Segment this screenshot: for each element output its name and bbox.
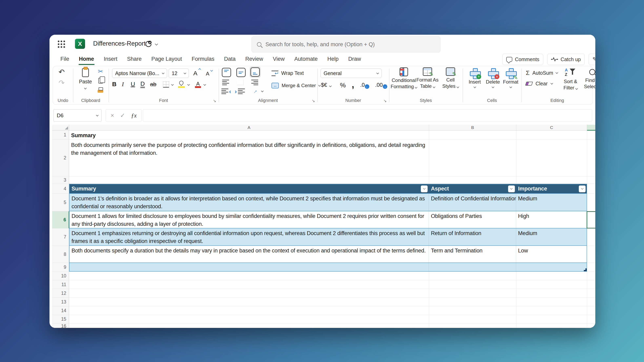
cell-D15[interactable] <box>587 315 595 324</box>
cell-C12[interactable] <box>516 289 587 298</box>
cell-D3[interactable] <box>587 176 595 184</box>
select-all-corner[interactable] <box>52 125 69 131</box>
cell-D5[interactable] <box>587 194 595 211</box>
tab-page-layout[interactable]: Page Layout <box>151 54 182 65</box>
cell-D14[interactable] <box>587 306 595 315</box>
format-as-table-button[interactable]: ✎ Format AsTable <box>414 67 440 89</box>
cancel-entry-button[interactable]: × <box>111 112 114 119</box>
cell-B10[interactable] <box>429 272 516 280</box>
row-header-1[interactable]: 1 <box>52 131 69 140</box>
tab-review[interactable]: Review <box>245 54 264 65</box>
cell-C8[interactable]: Low <box>516 246 587 263</box>
row-header-9[interactable]: 9 <box>52 263 69 272</box>
fill-color-chevron-icon[interactable] <box>187 83 190 86</box>
tab-share[interactable]: Share <box>127 54 142 65</box>
row-header-14[interactable]: 14 <box>52 306 69 315</box>
fill-color-button[interactable] <box>178 81 185 88</box>
cell-A12[interactable] <box>69 289 429 298</box>
align-right-button[interactable] <box>251 79 258 85</box>
font-color-button[interactable]: A <box>195 81 201 88</box>
cell-A10[interactable] <box>69 272 429 280</box>
clear-button[interactable]: Clear <box>526 81 553 87</box>
cell-A14[interactable] <box>69 306 429 315</box>
sort-filter-button[interactable]: AZ Sort &Filter <box>559 68 582 91</box>
italic-button[interactable]: I <box>122 81 124 88</box>
percent-format-button[interactable]: % <box>340 82 346 89</box>
row-header-10[interactable]: 10 <box>52 272 69 280</box>
cell-C13[interactable] <box>516 298 587 306</box>
excel-app-icon[interactable]: X <box>75 39 85 49</box>
cell-B2[interactable] <box>429 140 516 176</box>
delete-cells-button[interactable]: × Delete <box>484 68 502 89</box>
cell-C7[interactable]: Medium <box>516 228 587 245</box>
column-header-D-selected[interactable] <box>587 125 595 131</box>
confirm-entry-button[interactable]: ✓ <box>120 112 125 119</box>
cell-D12[interactable] <box>587 289 595 298</box>
borders-chevron-icon[interactable] <box>171 83 174 86</box>
borders-button[interactable] <box>163 82 169 88</box>
text-orientation-button[interactable]: → <box>251 87 259 95</box>
cell-A15[interactable] <box>69 315 429 324</box>
font-size-select[interactable]: 12 <box>169 69 189 78</box>
format-cells-button[interactable]: ✎ Format <box>502 68 520 89</box>
catch-up-button[interactable]: Catch up <box>547 54 584 65</box>
decrease-decimal-button[interactable]: .0← <box>360 82 369 89</box>
cell-B3[interactable] <box>429 176 516 184</box>
cell-C16[interactable] <box>516 324 587 328</box>
align-top-button[interactable] <box>222 68 231 77</box>
cell-C15[interactable] <box>516 315 587 324</box>
table-header-summary[interactable]: Summary <box>70 184 429 193</box>
cell-A5[interactable]: Document 1's definition is broader as it… <box>70 194 429 211</box>
merge-center-button[interactable]: ↔ Merge & Center <box>272 83 320 88</box>
row-header-13[interactable]: 13 <box>52 298 69 306</box>
table-header-aspect[interactable]: Aspect <box>429 184 516 193</box>
align-middle-button[interactable] <box>236 68 246 77</box>
tab-draw[interactable]: Draw <box>348 54 362 65</box>
paste-button[interactable]: Paste <box>79 68 92 90</box>
redo-button[interactable]: ↷ <box>58 79 65 87</box>
cell-C1[interactable] <box>516 131 587 140</box>
cell-B14[interactable] <box>429 306 516 315</box>
format-painter-button[interactable] <box>98 90 103 93</box>
conditional-formatting-button[interactable]: ConditionalFormatting <box>389 67 418 90</box>
row-header-5[interactable]: 5 <box>52 194 69 211</box>
cell-C6[interactable]: High <box>516 211 587 228</box>
orientation-chevron-icon[interactable] <box>261 90 264 92</box>
column-header-C[interactable]: C <box>516 125 587 131</box>
cell-D16[interactable] <box>587 324 595 328</box>
row-header-2[interactable]: 2 <box>52 140 69 176</box>
cell-C11[interactable] <box>516 280 587 289</box>
double-underline-button[interactable]: D <box>140 81 145 88</box>
copy-button[interactable] <box>98 78 103 84</box>
cell-D2[interactable] <box>587 140 595 176</box>
cell-B12[interactable] <box>429 289 516 298</box>
filter-button-summary[interactable] <box>421 185 428 192</box>
number-format-select[interactable]: General <box>320 69 382 78</box>
tab-file[interactable]: File <box>60 54 70 65</box>
currency-format-button[interactable]: $€ <box>321 82 331 88</box>
increase-decimal-button[interactable]: .00→ <box>375 82 387 89</box>
cell-B9[interactable] <box>429 263 516 271</box>
cell-styles-button[interactable]: ✎ CellStyles <box>440 67 461 89</box>
cell-C10[interactable] <box>516 272 587 280</box>
cell-D1[interactable] <box>587 131 595 140</box>
row-header-7[interactable]: 7 <box>52 228 69 246</box>
align-bottom-button[interactable] <box>250 67 260 77</box>
comments-button[interactable]: Comments <box>502 54 543 65</box>
cell-C5[interactable]: Medium <box>516 194 587 211</box>
row-header-3[interactable]: 3 <box>52 176 69 184</box>
cell-D4[interactable] <box>587 184 595 194</box>
row-header-12[interactable]: 12 <box>52 289 69 298</box>
tab-automate[interactable]: Automate <box>294 54 318 65</box>
cell-B6[interactable]: Obligations of Parties <box>429 211 516 228</box>
cell-B16[interactable] <box>429 324 516 328</box>
tab-home[interactable]: Home <box>78 54 94 65</box>
insert-function-button[interactable]: ƒx <box>131 112 136 119</box>
underline-button[interactable]: U <box>131 81 135 88</box>
row-header-6-selected[interactable]: 6 <box>52 211 69 228</box>
cell-A2[interactable]: Both documents primarily serve the purpo… <box>69 140 429 176</box>
row-header-16[interactable]: 16 <box>52 324 69 328</box>
row-header-4[interactable]: 4 <box>52 184 69 194</box>
autosum-button[interactable]: Σ AutoSum <box>526 69 558 76</box>
align-center-button[interactable] <box>237 79 244 85</box>
